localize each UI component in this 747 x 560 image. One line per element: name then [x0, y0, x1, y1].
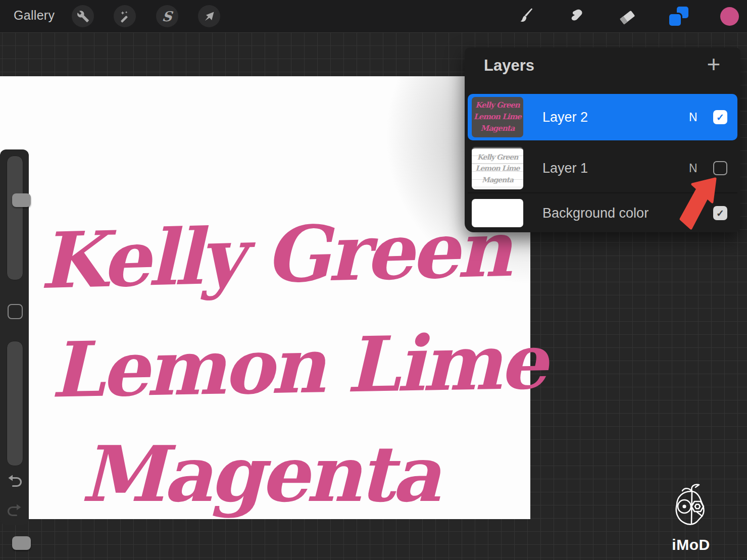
imod-owl-logo	[670, 483, 712, 535]
transform-button[interactable]	[198, 5, 220, 27]
brush-button[interactable]	[515, 6, 535, 26]
annotation-arrow	[676, 171, 726, 231]
redo-icon[interactable]	[6, 502, 24, 520]
layers-panel-title: Layers	[484, 57, 534, 75]
sidebar	[0, 149, 29, 525]
brush-size-handle[interactable]	[12, 193, 31, 207]
smudge-button[interactable]	[566, 6, 586, 26]
watermark-label: iMoD	[670, 536, 712, 553]
gallery-button[interactable]: Gallery	[14, 8, 55, 23]
layer-2-blend-mode[interactable]: N	[689, 111, 698, 124]
eraser-icon	[619, 8, 636, 25]
add-layer-button[interactable]: +	[701, 52, 726, 77]
smudge-icon	[567, 8, 584, 25]
selection-button[interactable]: S	[156, 5, 178, 27]
adjustments-button[interactable]	[114, 5, 136, 27]
layers-button[interactable]	[669, 7, 688, 26]
canvas-lettering-line1: Kelly Green	[38, 211, 510, 299]
undo-icon[interactable]	[6, 473, 24, 491]
eraser-button[interactable]	[617, 6, 637, 26]
brush-icon	[517, 8, 534, 25]
selection-icon: S	[162, 9, 173, 24]
top-toolbar: Gallery S	[0, 0, 747, 32]
modify-button[interactable]	[8, 304, 23, 319]
canvas-lettering-line2: Lemon Lime	[50, 323, 545, 408]
opacity-handle[interactable]	[12, 536, 31, 550]
layer-row-layer-2[interactable]: Kelly Green Lemon Lime Magenta Layer 2 N…	[468, 94, 737, 140]
layer-2-visibility-checkbox[interactable]: ✓	[713, 110, 727, 124]
opacity-slider[interactable]	[7, 341, 23, 466]
background-color-name: Background color	[542, 206, 649, 221]
transform-arrow-icon	[203, 10, 216, 23]
layer-1-name: Layer 1	[542, 161, 588, 176]
brush-size-slider[interactable]	[7, 156, 23, 280]
canvas-lettering-line3: Magenta	[81, 436, 438, 513]
drawing-canvas[interactable]: Kelly Green Lemon Lime Magenta	[0, 76, 530, 519]
watermark: iMoD	[670, 483, 715, 556]
color-swatch[interactable]	[720, 7, 739, 26]
layer-2-name: Layer 2	[542, 110, 588, 125]
layer-2-thumbnail[interactable]: Kelly Green Lemon Lime Magenta	[472, 97, 523, 137]
procreate-app: Kelly Green Lemon Lime Magenta Layers + …	[0, 0, 747, 560]
actions-button[interactable]	[72, 5, 94, 27]
layer-1-thumbnail[interactable]: Kelly Green Lemon Lime Magenta	[472, 147, 523, 189]
magic-wand-icon	[119, 10, 131, 23]
wrench-icon	[77, 10, 89, 23]
background-color-thumbnail[interactable]	[472, 199, 523, 227]
